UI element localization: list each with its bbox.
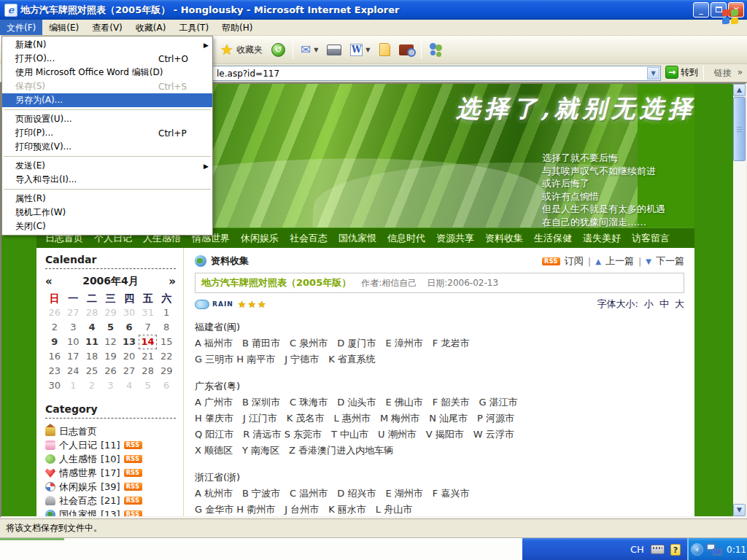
edit-with-word-button[interactable]: W▼ [346, 42, 374, 58]
file-menu-item-2[interactable]: 使用 Microsoft Office Word 编辑(D) [2, 66, 212, 79]
fontsize-large[interactable]: 大 [675, 298, 684, 311]
category-item-6[interactable]: 国仇家恨[13]RSS [45, 508, 176, 518]
calendar-day-cell[interactable]: 8 [157, 320, 176, 335]
calendar-day-cell[interactable]: 23 [45, 364, 64, 378]
calendar-day-cell[interactable]: 11 [82, 335, 101, 349]
calendar-day-cell[interactable]: 22 [157, 349, 176, 364]
menubar-item-4[interactable]: 工具(T) [172, 20, 215, 35]
file-menu-item-6[interactable]: 页面设置(U)... [2, 112, 212, 126]
calendar-day-cell[interactable]: 5 [101, 320, 120, 335]
keyboard-icon[interactable] [651, 545, 665, 554]
print-button[interactable] [322, 42, 346, 58]
nav-item-6[interactable]: 国仇家恨 [338, 232, 376, 245]
calendar-day-cell[interactable]: 4 [82, 320, 101, 335]
category-item-4[interactable]: 休闲娱乐[39]RSS [45, 480, 176, 494]
history-button[interactable]: ↺ [267, 41, 290, 59]
favorites-button[interactable]: ★ 收藏夹 [216, 41, 267, 58]
category-rss-badge[interactable]: RSS [124, 469, 142, 477]
calendar-next-button[interactable]: » [151, 275, 176, 288]
file-menu-item-1[interactable]: 打开(O)...Ctrl+O [2, 52, 212, 66]
calendar-day-cell[interactable]: 17 [64, 349, 83, 364]
file-menu-item-11[interactable]: 导入和导出(I)... [2, 173, 212, 187]
compose-button[interactable] [375, 41, 395, 58]
nav-item-9[interactable]: 资料收集 [485, 232, 523, 245]
file-menu-item-14[interactable]: 脱机工作(W) [2, 206, 212, 219]
scrollbar-thumb[interactable] [733, 97, 746, 161]
next-post-link[interactable]: 下一篇 [656, 254, 684, 268]
calendar-day-cell[interactable]: 29 [157, 364, 176, 378]
category-rss-badge[interactable]: RSS [124, 441, 142, 449]
calendar-day-cell[interactable]: 6 [120, 320, 139, 335]
nav-item-11[interactable]: 遗失美好 [583, 232, 621, 245]
calendar-day-cell[interactable]: 27 [120, 364, 139, 378]
calendar-day-cell[interactable]: 13 [120, 335, 139, 349]
calendar-day-cell[interactable]: 24 [64, 364, 83, 378]
prev-post-link[interactable]: 上一篇 [605, 254, 634, 268]
menubar-item-3[interactable]: 收藏(A) [129, 20, 173, 35]
file-menu-item-4[interactable]: 另存为(A)... [2, 93, 212, 107]
calendar-day-cell[interactable]: 16 [45, 349, 64, 364]
links-label[interactable]: 链接 [714, 67, 732, 79]
research-button[interactable] [395, 42, 418, 58]
nav-item-7[interactable]: 信息时代 [387, 232, 425, 245]
calendar-day-cell[interactable]: 1 [157, 306, 176, 320]
word-dropdown-arrow[interactable]: ▼ [365, 47, 370, 53]
address-dropdown-button[interactable]: ▼ [647, 67, 659, 79]
hide-icons-button[interactable]: ‹ [691, 543, 703, 556]
calendar-day-cell[interactable]: 20 [120, 349, 139, 364]
subscribe-link[interactable]: 订阅 [565, 254, 584, 268]
minimize-button[interactable]: _ [693, 2, 709, 18]
scroll-down-button[interactable]: ▼ [733, 504, 746, 516]
ime-help-icon[interactable]: ? [670, 544, 681, 556]
calendar-day-cell[interactable]: 19 [101, 349, 120, 364]
category-rss-badge[interactable]: RSS [124, 497, 142, 505]
scroll-up-button[interactable]: ▲ [733, 84, 746, 96]
messenger-button[interactable] [425, 41, 448, 58]
file-menu-item-13[interactable]: 属性(R) [2, 192, 212, 206]
category-rss-badge[interactable]: RSS [124, 455, 142, 463]
language-indicator[interactable]: CH [630, 544, 644, 555]
fontsize-small[interactable]: 小 [644, 298, 654, 311]
menubar-item-2[interactable]: 查看(V) [85, 20, 129, 35]
mail-dropdown-arrow[interactable]: ▼ [314, 47, 318, 53]
calendar-prev-button[interactable]: « [45, 275, 70, 288]
calendar-day-cell[interactable]: 26 [101, 364, 120, 378]
calendar-day-cell[interactable]: 10 [64, 335, 83, 349]
go-button[interactable]: → 转到 [665, 66, 698, 79]
calendar-day-cell[interactable]: 15 [157, 335, 176, 349]
calendar-day-cell[interactable]: 3 [64, 320, 83, 335]
links-chevron[interactable]: » [738, 67, 743, 79]
calendar-day-cell[interactable]: 21 [139, 349, 158, 364]
rss-badge[interactable]: RSS [542, 257, 560, 265]
calendar-day-cell[interactable]: 7 [139, 320, 158, 335]
nav-item-10[interactable]: 生活保健 [534, 232, 572, 245]
file-menu-item-10[interactable]: 发送(E)▶ [2, 159, 212, 173]
nav-item-4[interactable]: 休闲娱乐 [241, 232, 279, 245]
nav-item-8[interactable]: 资源共享 [436, 232, 474, 245]
category-rss-badge[interactable]: RSS [124, 483, 142, 491]
calendar-day-cell[interactable]: 18 [82, 349, 101, 364]
calendar-day-cell[interactable]: 9 [45, 335, 64, 349]
calendar-day-cell[interactable]: 12 [101, 335, 120, 349]
file-menu-item-8[interactable]: 打印预览(V)... [2, 140, 212, 154]
menubar-item-1[interactable]: 编辑(E) [42, 20, 85, 35]
calendar-day-cell[interactable]: 28 [139, 364, 158, 378]
category-item-0[interactable]: 日志首页 [45, 424, 176, 438]
vertical-scrollbar[interactable]: ▲ ▼ [733, 84, 746, 516]
calendar-day-cell[interactable]: 25 [82, 364, 101, 378]
fontsize-medium[interactable]: 中 [659, 298, 669, 311]
calendar-day-cell[interactable]: 2 [45, 320, 64, 335]
category-item-5[interactable]: 社会百态[21]RSS [45, 494, 176, 508]
nav-item-12[interactable]: 访客留言 [632, 232, 670, 245]
category-item-1[interactable]: 个人日记[11]RSS [45, 438, 176, 452]
calendar-today-cell[interactable]: 14 [139, 335, 158, 349]
file-menu-item-0[interactable]: 新建(N)▶ [2, 38, 212, 52]
menubar-item-5[interactable]: 帮助(H) [215, 20, 259, 35]
category-rss-badge[interactable]: RSS [124, 510, 142, 518]
file-menu-item-15[interactable]: 关闭(C) [2, 219, 212, 233]
calendar-day-cell[interactable]: 30 [45, 378, 64, 393]
category-item-3[interactable]: 情感世界[17]RSS [45, 466, 176, 480]
network-icon[interactable] [706, 543, 722, 556]
menubar-item-0[interactable]: 文件(F) [0, 20, 42, 35]
mail-button[interactable]: ✉▼ [296, 40, 322, 59]
